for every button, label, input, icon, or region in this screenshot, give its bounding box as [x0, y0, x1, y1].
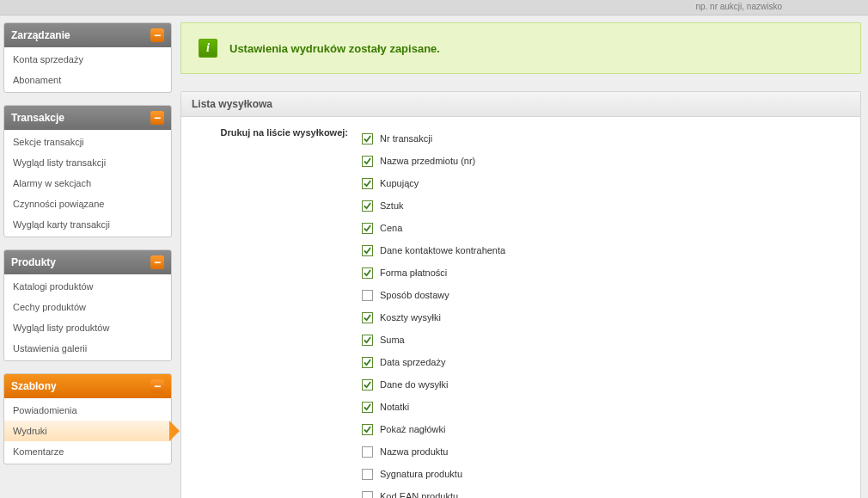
collapse-icon[interactable]: −	[150, 111, 164, 125]
sidebar-item[interactable]: Wydruki	[4, 421, 171, 441]
option-label[interactable]: Suma	[380, 335, 405, 345]
option-label[interactable]: Nazwa produktu	[380, 446, 449, 457]
sidebar-item[interactable]: Abonament	[4, 70, 171, 90]
sidebar-group-title: Szablony	[11, 380, 57, 392]
sidebar-item-label: Sekcje transakcji	[13, 137, 84, 147]
sidebar-group-header[interactable]: Szablony−	[4, 374, 171, 398]
option-label[interactable]: Sztuk	[380, 200, 404, 211]
collapse-icon[interactable]: −	[150, 255, 164, 269]
checkbox[interactable]	[362, 469, 373, 480]
checkbox[interactable]	[362, 402, 373, 413]
sidebar-item[interactable]: Sekcje transakcji	[4, 132, 171, 152]
option-label[interactable]: Forma płatności	[380, 267, 447, 278]
option-label[interactable]: Pokaż nagłówki	[380, 424, 445, 434]
sidebar-item-label: Komentarze	[13, 446, 64, 457]
checkbox[interactable]	[362, 245, 373, 256]
collapse-icon[interactable]: −	[150, 379, 164, 393]
sidebar-item-label: Katalogi produktów	[13, 281, 94, 292]
sidebar-item[interactable]: Cechy produktów	[4, 297, 171, 317]
option-row: Kod EAN produktu	[362, 485, 850, 498]
sidebar-item[interactable]: Katalogi produktów	[4, 276, 171, 297]
option-row: Kupujący	[362, 172, 850, 194]
sidebar-item[interactable]: Wygląd listy produktów	[4, 317, 171, 338]
option-label[interactable]: Dane kontaktowe kontrahenta	[380, 245, 505, 255]
panel-wysylkowa: Lista wysyłkowa Drukuj na liście wysyłko…	[180, 91, 861, 498]
checkbox[interactable]	[362, 156, 373, 167]
sidebar-item-label: Powiadomienia	[13, 405, 77, 415]
sidebar-item[interactable]: Konta sprzedaży	[4, 49, 171, 70]
sidebar-item[interactable]: Ustawienia galerii	[4, 338, 171, 359]
option-row: Notatki	[362, 396, 850, 418]
info-icon: i	[199, 39, 217, 58]
option-row: Dane kontaktowe kontrahenta	[362, 239, 850, 261]
option-row: Nazwa produktu	[362, 440, 850, 463]
sidebar-group: Zarządzanie−Konta sprzedażyAbonament	[3, 22, 172, 93]
option-row: Sztuk	[362, 194, 850, 217]
option-row: Data sprzedaży	[362, 351, 850, 373]
checkbox[interactable]	[362, 335, 373, 346]
checkbox[interactable]	[362, 200, 373, 212]
sidebar-item-label: Wygląd karty transakcji	[13, 219, 110, 230]
notice-text: Ustawienia wydruków zostały zapisane.	[229, 42, 440, 55]
main-area: i Ustawienia wydruków zostały zapisane. …	[180, 22, 861, 498]
option-label[interactable]: Sygnatura produktu	[380, 469, 462, 479]
sidebar-group: Produkty−Katalogi produktówCechy produkt…	[3, 249, 172, 361]
checkbox[interactable]	[362, 223, 373, 234]
panel-title: Lista wysyłkowa	[181, 92, 860, 117]
option-row: Dane do wysyłki	[362, 373, 850, 396]
option-label[interactable]: Kupujący	[380, 178, 419, 188]
sidebar-group-title: Zarządzanie	[11, 29, 70, 41]
option-row: Cena	[362, 217, 850, 239]
option-label[interactable]: Data sprzedaży	[380, 357, 445, 367]
checkbox[interactable]	[362, 267, 373, 279]
option-label[interactable]: Cena	[380, 223, 402, 233]
sidebar-group: Szablony−PowiadomieniaWydrukiKomentarze	[3, 373, 172, 464]
sidebar-group-title: Transakcje	[11, 112, 64, 124]
sidebar-item[interactable]: Powiadomienia	[4, 400, 171, 421]
option-label[interactable]: Nr transakcji	[380, 133, 432, 144]
option-row: Sygnatura produktu	[362, 463, 850, 485]
option-row: Nr transakcji	[362, 127, 850, 150]
sidebar-item-label: Abonament	[13, 75, 61, 85]
option-label[interactable]: Nazwa przedmiotu (nr)	[380, 156, 475, 166]
form-label: Drukuj na liście wysyłkowej:	[181, 127, 362, 498]
option-row: Koszty wysyłki	[362, 306, 850, 329]
checkbox[interactable]	[362, 491, 373, 499]
collapse-icon[interactable]: −	[150, 28, 164, 42]
sidebar-item-label: Alarmy w sekcjach	[13, 178, 91, 188]
sidebar-group-header[interactable]: Produkty−	[4, 250, 171, 274]
sidebar: Zarządzanie−Konta sprzedażyAbonamentTran…	[3, 22, 172, 498]
checkbox[interactable]	[362, 312, 373, 323]
sidebar-group-header[interactable]: Zarządzanie−	[4, 23, 171, 47]
success-notice: i Ustawienia wydruków zostały zapisane.	[180, 22, 861, 74]
sidebar-item[interactable]: Czynności powiązane	[4, 194, 171, 214]
option-row: Nazwa przedmiotu (nr)	[362, 150, 850, 172]
top-bar: np. nr aukcji, nazwisko	[0, 0, 868, 15]
checkbox[interactable]	[362, 178, 373, 189]
sidebar-item-label: Konta sprzedaży	[13, 54, 83, 65]
option-label[interactable]: Dane do wysyłki	[380, 379, 448, 390]
option-row: Forma płatności	[362, 261, 850, 284]
sidebar-item[interactable]: Wygląd listy transakcji	[4, 152, 171, 173]
options-column: Nr transakcjiNazwa przedmiotu (nr)Kupują…	[362, 127, 850, 498]
sidebar-item-label: Ustawienia galerii	[13, 343, 87, 354]
checkbox[interactable]	[362, 379, 373, 390]
option-label[interactable]: Kod EAN produktu	[380, 491, 458, 498]
sidebar-item-label: Wygląd listy transakcji	[13, 157, 106, 168]
checkbox[interactable]	[362, 357, 373, 368]
option-row: Pokaż nagłówki	[362, 418, 850, 440]
sidebar-item[interactable]: Komentarze	[4, 441, 171, 462]
checkbox[interactable]	[362, 446, 373, 458]
checkbox[interactable]	[362, 290, 373, 301]
search-hint: np. nr aukcji, nazwisko	[695, 2, 782, 11]
option-label[interactable]: Koszty wysyłki	[380, 312, 441, 323]
sidebar-item-label: Czynności powiązane	[13, 199, 104, 209]
checkbox[interactable]	[362, 424, 373, 435]
sidebar-item[interactable]: Wygląd karty transakcji	[4, 214, 171, 235]
sidebar-group-header[interactable]: Transakcje−	[4, 106, 171, 130]
option-label[interactable]: Sposób dostawy	[380, 290, 449, 300]
option-label[interactable]: Notatki	[380, 402, 409, 412]
checkbox[interactable]	[362, 133, 373, 144]
option-row: Suma	[362, 329, 850, 351]
sidebar-item[interactable]: Alarmy w sekcjach	[4, 173, 171, 194]
